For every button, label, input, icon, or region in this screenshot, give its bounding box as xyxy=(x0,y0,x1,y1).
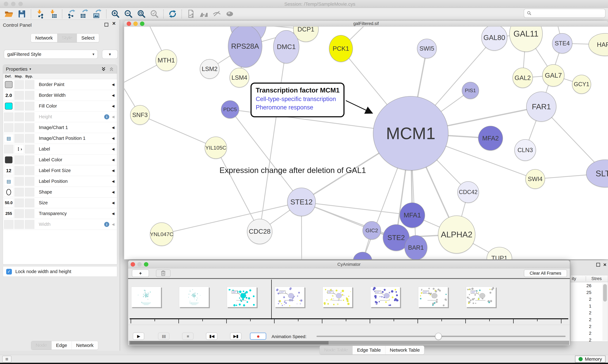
def-cell[interactable] xyxy=(4,188,14,196)
tab-edge[interactable]: Edge xyxy=(52,341,71,350)
def-cell[interactable] xyxy=(4,220,14,229)
zoom-in-icon[interactable] xyxy=(110,9,121,19)
property-row-fill-color[interactable]: Fill Color◀ xyxy=(3,101,117,111)
tab-network[interactable]: Network xyxy=(71,341,98,350)
expand-row-icon[interactable]: ◀ xyxy=(112,115,114,119)
property-row-label[interactable]: ⋮›Label◀ xyxy=(3,144,117,155)
def-cell[interactable] xyxy=(4,102,14,111)
frame-thumbnail-1[interactable] xyxy=(131,287,161,307)
frame-thumbnail-4[interactable] xyxy=(275,287,304,307)
expand-row-icon[interactable]: ◀ xyxy=(112,136,114,140)
def-cell[interactable]: 2.0 xyxy=(4,91,14,100)
info-icon[interactable]: i xyxy=(104,114,109,119)
property-row-border-paint[interactable]: Border Paint◀ xyxy=(3,79,117,90)
expand-row-icon[interactable]: ◀ xyxy=(112,190,114,194)
binoculars-icon[interactable] xyxy=(199,9,209,19)
map-cell[interactable] xyxy=(14,220,24,229)
property-row-height[interactable]: Heighti◀ xyxy=(3,111,117,122)
table-cell[interactable]: 2 xyxy=(570,337,608,343)
delete-frame-button[interactable] xyxy=(156,269,170,277)
table-cell[interactable]: 2 xyxy=(570,323,608,330)
cyanimator-titlebar[interactable]: CyAnimator xyxy=(128,260,570,268)
annotation-link-2[interactable]: Pheromone response xyxy=(256,104,344,111)
expand-row-icon[interactable]: ◀ xyxy=(112,169,114,173)
frame-thumbnail-5[interactable] xyxy=(322,287,352,307)
table-scrollbar[interactable] xyxy=(602,283,608,341)
column-header-stress[interactable]: Stres xyxy=(591,276,602,281)
property-row-image-chart-1[interactable]: Image/Chart 1◀ xyxy=(3,122,117,133)
byp-cell[interactable] xyxy=(25,156,34,164)
tab-node[interactable]: Node xyxy=(31,341,52,350)
byp-cell[interactable] xyxy=(25,220,34,229)
properties-header[interactable]: Properties ▾ xyxy=(3,65,117,74)
map-cell[interactable] xyxy=(14,177,24,186)
save-session-icon[interactable] xyxy=(17,9,27,19)
frame-thumbnail-2[interactable] xyxy=(179,287,209,307)
table-cell[interactable]: 2 xyxy=(570,316,608,323)
network-canvas[interactable]: RPS28BDCP1RPS28ADMC1PCK1SWI5GAL80GAL11ST… xyxy=(124,26,608,259)
float-panel-icon[interactable] xyxy=(105,23,108,26)
property-row-width[interactable]: Widthi◀ xyxy=(3,219,117,230)
property-row-border-width[interactable]: 2.0Border Width◀ xyxy=(3,90,117,101)
frame-thumbnail-6[interactable] xyxy=(370,287,400,307)
map-cell[interactable] xyxy=(14,91,24,100)
table-cell[interactable]: 26 xyxy=(570,282,608,289)
frame-thumbnail-3[interactable] xyxy=(227,287,257,307)
map-cell[interactable] xyxy=(14,209,24,218)
expand-row-icon[interactable]: ◀ xyxy=(112,212,114,216)
table-cell[interactable]: 1 xyxy=(570,303,608,310)
hide-graphics-details-icon[interactable] xyxy=(212,9,222,19)
window-close-icon[interactable] xyxy=(4,2,8,6)
byp-cell[interactable] xyxy=(25,112,34,121)
def-cell[interactable]: 12 xyxy=(4,166,14,175)
close-panel-icon[interactable]: × xyxy=(112,22,116,25)
share-document-icon[interactable] xyxy=(186,9,196,19)
show-graphics-details-icon[interactable] xyxy=(225,9,235,19)
pause-button[interactable]: ▮▮ xyxy=(158,333,169,340)
map-cell[interactable] xyxy=(14,80,24,89)
zoom-fit-icon[interactable] xyxy=(136,9,146,19)
def-cell[interactable] xyxy=(4,112,14,121)
property-row-label-color[interactable]: Label Color◀ xyxy=(3,155,117,165)
byp-cell[interactable] xyxy=(25,188,34,196)
property-row-label-position[interactable]: ▤Label Position◀ xyxy=(3,176,117,187)
window-zoom-icon[interactable] xyxy=(18,2,23,6)
expand-all-icon[interactable] xyxy=(101,66,106,72)
def-cell[interactable]: 255 xyxy=(4,209,14,218)
clear-all-frames-button[interactable]: Clear All Frames xyxy=(524,269,567,277)
byp-cell[interactable] xyxy=(25,102,34,111)
expand-row-icon[interactable]: ◀ xyxy=(112,104,114,108)
def-cell[interactable] xyxy=(4,145,14,154)
map-cell[interactable] xyxy=(14,188,24,196)
annotation-box[interactable]: Transcription factor MCM1 Cell-type-spec… xyxy=(250,83,345,117)
byp-cell[interactable] xyxy=(25,91,34,100)
property-row-shape[interactable]: Shape◀ xyxy=(3,187,117,197)
expand-row-icon[interactable]: ◀ xyxy=(112,158,114,162)
map-cell[interactable] xyxy=(14,156,24,164)
memory-button[interactable]: Memory xyxy=(575,356,606,363)
map-cell[interactable] xyxy=(14,102,24,111)
def-cell[interactable]: ▤ xyxy=(4,134,14,143)
search-box[interactable] xyxy=(524,9,606,18)
map-cell[interactable]: ⋮› xyxy=(14,145,24,154)
property-row-transparency[interactable]: 255Transparency◀ xyxy=(3,208,117,219)
expand-row-icon[interactable]: ◀ xyxy=(112,93,114,97)
tab-edge-table[interactable]: Edge Table xyxy=(352,346,385,354)
skip-to-start-button[interactable]: ▮◀ xyxy=(206,333,217,340)
table-cell[interactable]: 2 xyxy=(570,296,608,303)
def-cell[interactable] xyxy=(4,123,14,132)
expand-row-icon[interactable]: ◀ xyxy=(112,201,114,205)
play-button[interactable]: ▶ xyxy=(133,333,144,340)
expand-row-icon[interactable]: ◀ xyxy=(112,126,114,130)
tab-node-table[interactable]: Node Table xyxy=(320,346,352,354)
info-icon[interactable]: i xyxy=(104,222,109,227)
expand-row-icon[interactable]: ◀ xyxy=(112,147,114,151)
skip-to-end-button[interactable]: ▶▮ xyxy=(230,333,241,340)
frame-thumbnail-8[interactable] xyxy=(466,287,496,307)
byp-cell[interactable] xyxy=(25,123,34,132)
export-image-icon[interactable] xyxy=(92,9,102,19)
refresh-icon[interactable] xyxy=(167,9,178,19)
scrollbar-thumb[interactable] xyxy=(130,341,329,345)
cyanimator-timeline[interactable]: 0123456789 Seconds xyxy=(128,279,570,325)
animation-speed-slider[interactable] xyxy=(317,336,566,337)
